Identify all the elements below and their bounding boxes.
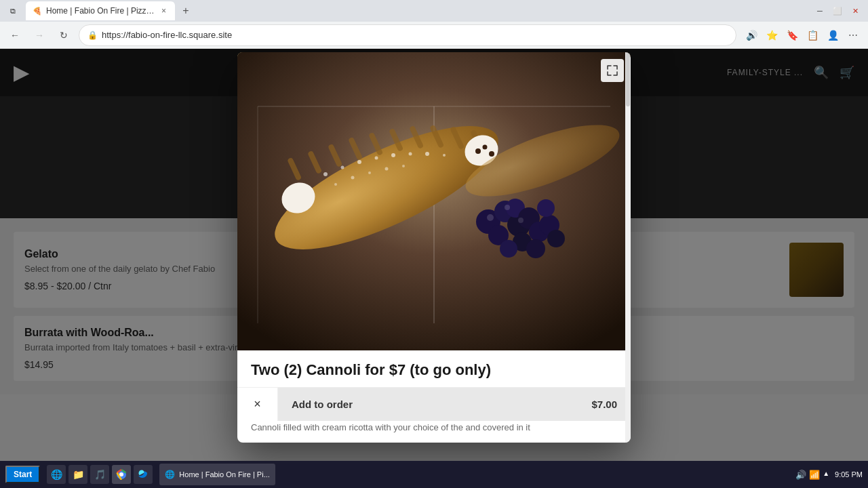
svg-point-37 xyxy=(391,153,395,157)
profile-button[interactable]: 👤 xyxy=(823,26,842,45)
system-tray-icons: 🔊 📶 ▲ xyxy=(795,470,829,480)
svg-point-35 xyxy=(357,160,361,164)
svg-point-49 xyxy=(489,151,494,157)
sound-icon[interactable]: 🔊 xyxy=(795,470,806,480)
read-aloud-button[interactable]: 🔊 xyxy=(742,26,761,45)
website-content: ▶ FAMILY-STYLE ... 🔍 🛒 Gelato Select fro… xyxy=(0,49,868,461)
svg-point-31 xyxy=(505,205,510,210)
tab-bar: 🍕 Home | Fabio On Fire | Pizzeria × + xyxy=(26,1,807,20)
tab-overview-button[interactable]: ⧉ xyxy=(5,3,20,18)
taskbar: Start 🌐 📁 🎵 🌐 Home | Fabio On Fire | xyxy=(0,461,868,488)
modal-price: $7.00 xyxy=(591,399,617,410)
svg-point-42 xyxy=(351,176,355,180)
svg-point-47 xyxy=(475,148,481,154)
title-bar: ⧉ 🍕 Home | Fabio On Fire | Pizzeria × + … xyxy=(0,0,868,22)
svg-point-29 xyxy=(547,230,565,247)
new-tab-button[interactable]: + xyxy=(178,3,194,19)
modal-title-bar: Two (2) Cannoli for $7 (to go only) xyxy=(237,350,631,387)
product-modal: Two (2) Cannoli for $7 (to go only) × Ad… xyxy=(237,52,631,443)
refresh-button[interactable]: ↻ xyxy=(54,26,73,45)
svg-point-28 xyxy=(537,199,555,217)
taskbar-edge-icon[interactable] xyxy=(134,465,153,484)
svg-point-30 xyxy=(487,214,494,221)
network-icon[interactable]: 📶 xyxy=(809,470,820,480)
taskbar-icons: 🌐 📁 🎵 xyxy=(47,465,153,484)
svg-point-36 xyxy=(375,157,378,160)
maximize-button[interactable]: ⬜ xyxy=(830,3,845,18)
svg-point-33 xyxy=(323,172,328,176)
modal-title: Two (2) Cannoli for $7 (to go only) xyxy=(251,361,617,379)
minimize-button[interactable]: ─ xyxy=(812,3,827,18)
lock-icon: 🔒 xyxy=(87,30,98,40)
title-bar-controls: ⧉ xyxy=(5,3,20,18)
collections-button[interactable]: 📋 xyxy=(803,26,822,45)
svg-point-48 xyxy=(483,145,488,150)
taskbar-right: 🔊 📶 ▲ 9:05 PM xyxy=(795,470,863,480)
close-button[interactable]: ✕ xyxy=(848,3,863,18)
svg-point-38 xyxy=(409,152,412,156)
modal-description-preview: Cannoli filled with cream ricotta with y… xyxy=(237,421,631,443)
add-to-order-label: Add to order xyxy=(292,399,353,410)
add-to-order-button[interactable]: Add to order $7.00 xyxy=(278,388,631,421)
modal-footer: × Add to order $7.00 xyxy=(237,387,631,421)
tab-title: Home | Fabio On Fire | Pizzeria xyxy=(46,6,155,16)
navigation-bar: ← → ↻ 🔒 https://fabio-on-fire-llc.square… xyxy=(0,22,868,49)
image-expand-button[interactable] xyxy=(601,59,624,82)
tab-favicon: 🍕 xyxy=(33,7,42,16)
add-favorite-button[interactable]: ⭐ xyxy=(762,26,781,45)
forward-button[interactable]: → xyxy=(30,26,49,45)
tab-close-button[interactable]: × xyxy=(159,5,168,16)
modal-overlay[interactable]: Two (2) Cannoli for $7 (to go only) × Ad… xyxy=(0,49,868,461)
svg-point-41 xyxy=(334,183,337,186)
svg-point-26 xyxy=(526,239,545,258)
svg-point-40 xyxy=(443,154,446,157)
svg-point-34 xyxy=(341,166,344,169)
settings-button[interactable]: ⋯ xyxy=(844,26,863,45)
svg-point-53 xyxy=(119,472,123,476)
svg-point-39 xyxy=(425,152,429,156)
taskbar-chrome-icon[interactable] xyxy=(112,465,131,484)
start-button[interactable]: Start xyxy=(5,466,40,483)
active-tab[interactable]: 🍕 Home | Fabio On Fire | Pizzeria × xyxy=(26,1,175,20)
svg-point-32 xyxy=(518,218,524,223)
modal-body: Two (2) Cannoli for $7 (to go only) xyxy=(237,350,631,387)
battery-icon[interactable]: ▲ xyxy=(823,470,829,480)
svg-point-43 xyxy=(368,171,371,174)
clock-time: 9:05 PM xyxy=(835,470,863,479)
taskbar-media-icon[interactable]: 🎵 xyxy=(90,465,109,484)
svg-point-45 xyxy=(402,165,405,167)
taskbar-folder-icon[interactable]: 📁 xyxy=(68,465,87,484)
taskbar-ie-icon[interactable]: 🌐 xyxy=(47,465,66,484)
favorites-button[interactable]: 🔖 xyxy=(783,26,802,45)
modal-scrollbar[interactable] xyxy=(625,52,631,443)
svg-point-25 xyxy=(500,240,517,258)
address-bar[interactable]: 🔒 https://fabio-on-fire-llc.square.site xyxy=(79,24,736,46)
modal-scrollbar-thumb xyxy=(626,52,630,106)
address-text: https://fabio-on-fire-llc.square.site xyxy=(102,30,728,40)
modal-close-button[interactable]: × xyxy=(237,388,278,421)
back-button[interactable]: ← xyxy=(5,26,24,45)
nav-actions: 🔊 ⭐ 🔖 📋 👤 ⋯ xyxy=(742,26,863,45)
modal-product-image xyxy=(237,52,631,350)
taskbar-clock[interactable]: 9:05 PM xyxy=(835,470,863,479)
svg-point-44 xyxy=(385,167,389,171)
